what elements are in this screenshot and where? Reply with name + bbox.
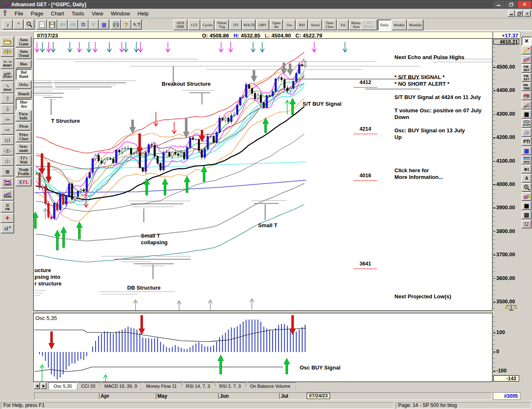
more-info-link[interactable]: Click here for — [394, 167, 429, 174]
study-auto-trend-button[interactable]: Auto Trend — [16, 48, 32, 59]
timeframe-weekly-button[interactable]: Weekly — [392, 20, 407, 30]
tile-windows-button[interactable]: ▦ — [99, 20, 109, 30]
compress-bars-button[interactable]: ↕|↕ — [1, 156, 14, 166]
fib-retracement-button[interactable]: FIB RET — [522, 64, 532, 73]
pti-button[interactable]: PTI — [522, 137, 532, 146]
mdi-close-button[interactable]: ✕ — [524, 10, 531, 17]
indicator-macd-button[interactable]: MACD — [242, 20, 256, 30]
menu-page[interactable]: Page — [27, 9, 47, 18]
quotes-button[interactable]: ” — [13, 20, 24, 30]
price-axis[interactable]: 4610.21 4600.004500.004400.004300.004200… — [493, 38, 520, 311]
menu-file[interactable]: File — [11, 9, 27, 18]
new-chart-button[interactable] — [37, 20, 47, 30]
indicator-obv-button[interactable]: OBV — [256, 20, 269, 30]
fib-time-button[interactable]: FIB TIME — [522, 82, 532, 91]
save-button[interactable] — [47, 20, 57, 30]
elliott-waves-button[interactable]: ∿Elliott — [1, 82, 14, 93]
study-bias-button[interactable]: Bias — [16, 60, 32, 68]
tab-macd-19-39-9[interactable]: MACD 19, 39, 9 — [99, 382, 142, 389]
indicator-elliott-button[interactable]: Elliott Trig — [215, 20, 229, 30]
tab-rsi-14-7-3[interactable]: RSI 14, 7, 3 — [180, 382, 215, 389]
scales-icon[interactable] — [505, 304, 518, 311]
pattern-tool-button[interactable]: ▩ — [522, 201, 532, 210]
tab-osc-5-35[interactable]: Osc 5,35 — [48, 382, 77, 389]
study-donch-button[interactable]: Donch — [16, 90, 32, 98]
fan-lines-button[interactable] — [522, 101, 532, 109]
fib-tool-button[interactable]: ≣FIB — [1, 201, 14, 213]
grid-toggle-button[interactable]: ▦ — [1, 166, 14, 176]
indicator-jti-button[interactable]: JTI — [229, 20, 242, 30]
scroll-up-button[interactable]: ⇧ — [1, 94, 14, 104]
scroll-left-button[interactable]: ⇦ — [1, 114, 14, 124]
indicator-stoch-button[interactable]: Stoch — [308, 20, 322, 30]
trend-lines-button[interactable] — [522, 55, 532, 64]
menu-chart[interactable]: Chart — [47, 9, 68, 18]
close-button[interactable]: ✕ — [518, 1, 531, 8]
mdi-minimize-button[interactable] — [508, 10, 515, 17]
mob-button[interactable]: MOB — [522, 156, 532, 164]
study-seas--onals-button[interactable]: Seas- onals — [16, 143, 32, 154]
scroll-right-button[interactable]: ⇨ — [1, 125, 14, 135]
menu-view[interactable]: View — [88, 9, 107, 18]
lines-tool-button[interactable]: LINES — [1, 177, 14, 188]
notes-tool-button[interactable]: ▤ — [522, 211, 532, 219]
text-tool-button[interactable]: A — [522, 174, 532, 183]
pitchfork-button[interactable] — [522, 128, 532, 137]
tab-money-flow-11[interactable]: Money Flow 11 — [141, 382, 182, 389]
help-button[interactable]: ? — [121, 20, 131, 30]
symbol-list-button[interactable] — [1, 47, 14, 57]
study-mov-ave-button[interactable]: Mov Ave — [16, 99, 32, 110]
indicator-cci-button[interactable]: CCI — [188, 20, 200, 30]
menu-tools[interactable]: Tools — [68, 9, 88, 18]
magnet-tool-button[interactable]: U — [522, 220, 532, 228]
mdi-restore-button[interactable] — [516, 10, 523, 17]
tab-rsi-2-7-3[interactable]: RSI 2, 7, 3 — [214, 382, 246, 389]
study-pivot-button[interactable]: Pivot — [16, 122, 32, 131]
study-xtl-button[interactable]: XTL — [16, 178, 32, 186]
study-auto-gann-button[interactable]: Auto Gann — [16, 37, 32, 47]
study-tj-s-web-button[interactable]: TJ's Web — [16, 155, 32, 166]
menu-window[interactable]: Window — [107, 9, 133, 18]
fib-extension-button[interactable]: FIB EXT — [522, 73, 532, 82]
tab-on-balance-volume[interactable]: On Balance Volume — [244, 382, 296, 389]
grid-tool-button[interactable]: ▦ — [522, 110, 532, 119]
study-price-clust-button[interactable]: Price Clust — [16, 131, 32, 142]
more-info-link[interactable]: More Information... — [394, 174, 443, 180]
oscillator-pane[interactable]: Osc 5,35Osc BUY Signal — [33, 313, 493, 382]
main-chart-pane[interactable]: T StructureBreakout StructureS/T BUY Sig… — [33, 38, 493, 311]
scroll-down-button[interactable]: ⇩ — [1, 104, 14, 114]
find-button[interactable] — [24, 20, 34, 30]
menu-help[interactable]: Help — [134, 9, 153, 18]
study-para--bolic-button[interactable]: Para- bolic — [16, 111, 32, 121]
expand-bars-button[interactable]: ◁|▷ — [1, 146, 14, 156]
indicator-vol-button[interactable]: Vol — [337, 20, 349, 30]
pencil-tool-button[interactable] — [522, 46, 532, 55]
context-help-button[interactable]: ↖? — [131, 20, 142, 30]
print-button[interactable] — [111, 20, 121, 30]
timeframe-daily-button[interactable]: Daily — [378, 20, 391, 30]
delete-tool-button[interactable]: ✕ — [522, 37, 532, 45]
indicator-cycles-button[interactable]: Cycles — [201, 20, 214, 30]
value-finder-button[interactable]: ⊕1 — [522, 165, 532, 174]
restore-button[interactable] — [505, 1, 517, 8]
indicator-open-button[interactable]: Open Int — [270, 20, 283, 30]
pin-button[interactable]: ♪ — [2, 20, 13, 30]
zoom-tool-button[interactable] — [522, 183, 532, 192]
study-button[interactable]: STUDY — [1, 69, 14, 81]
grid-blue-button[interactable]: ▦ — [522, 146, 532, 155]
open-chart-button[interactable] — [1, 37, 14, 47]
tab-scroll-left[interactable]: ◀ — [34, 383, 40, 389]
indicator-osc-button[interactable]: Osc — [283, 20, 296, 30]
chart-options-button[interactable] — [1, 223, 14, 233]
close-window-button[interactable]: ✕ — [89, 20, 99, 30]
ellipse-tool-button[interactable]: ELiPS — [522, 119, 532, 128]
indicator-rsi-button[interactable]: RSI — [296, 20, 308, 30]
eraser-tool-button[interactable] — [522, 192, 532, 201]
bar-spacing-button[interactable]: 1|1 — [1, 135, 14, 145]
timeframe-monthly-button[interactable]: Monthly — [407, 20, 424, 30]
forward-button[interactable]: ⇨ — [68, 20, 78, 30]
reset-button[interactable]: ⇤⇥RESET — [1, 57, 14, 69]
tab-scroll-right[interactable]: ▶ — [41, 383, 47, 389]
minimize-button[interactable] — [493, 1, 505, 8]
study-trade-profile-button[interactable]: Trade Profile — [16, 166, 32, 177]
